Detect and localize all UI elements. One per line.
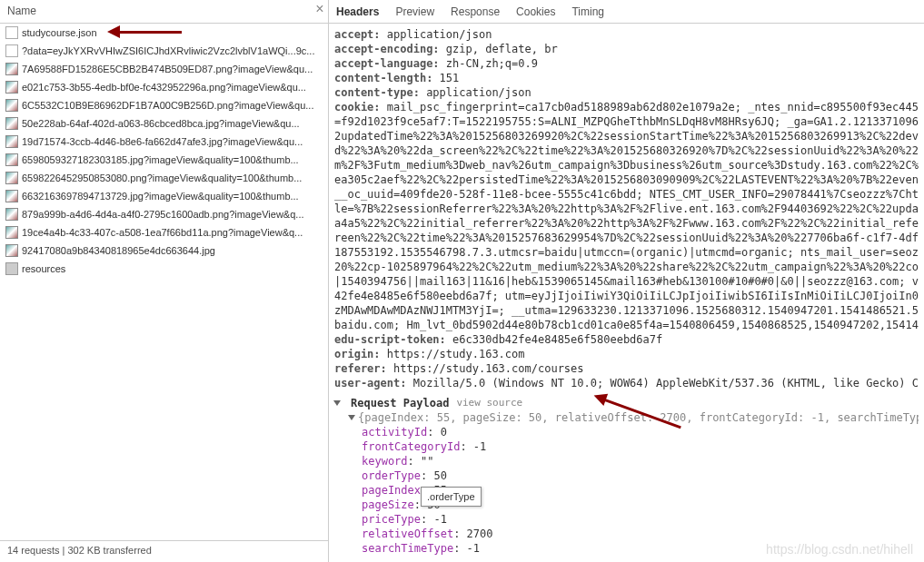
request-row[interactable]: 6598226452950853080.png?imageView&qualit… <box>0 169 328 187</box>
header-key: accept-language: <box>334 57 440 70</box>
request-row[interactable]: resources <box>0 260 328 278</box>
header-key: edu-script-token: <box>334 333 446 346</box>
img-file-icon <box>5 244 18 257</box>
request-name: 19ce4a4b-4c33-407c-a508-1ea7f66bd11a.png… <box>22 227 303 238</box>
header-continuation: =f92d1023f9ce5af7:T=1522195755:S=ALNI_MZ… <box>334 114 919 129</box>
request-row[interactable]: 6632163697894713729.jpg?imageView&qualit… <box>0 187 328 205</box>
header-continuation: le=%7B%22sessionReferrer%22%3A%20%22http… <box>334 202 919 216</box>
expand-triangle-icon[interactable] <box>348 415 355 420</box>
img-file-icon <box>5 63 18 75</box>
img-file-icon <box>5 153 18 166</box>
payload-property: searchTimeType: -1 <box>334 541 919 556</box>
header-key: accept-encoding: <box>334 43 440 55</box>
request-name: 6598226452950853080.png?imageView&qualit… <box>22 173 302 183</box>
request-list-panel: Name × studycourse.json?data=eyJkYXRvVHI… <box>0 0 329 562</box>
img-file-icon <box>5 190 18 202</box>
header-line: accept-encoding: gzip, deflate, br <box>334 42 919 56</box>
header-line: edu-script-token: e6c330db42fe4e8485e6f5… <box>334 332 919 347</box>
request-row[interactable]: 50e228ab-64af-402d-a063-86cbced8bca.jpg?… <box>0 114 328 133</box>
header-line: content-length: 151 <box>334 71 919 85</box>
request-row[interactable]: 19d71574-3ccb-4d46-b8e6-fa662d47afe3.jpg… <box>0 133 328 151</box>
request-row[interactable]: 879a999b-a4d6-4d4a-a4f0-2795c1600adb.png… <box>0 205 328 223</box>
detail-panel: HeadersPreviewResponseCookiesTiming acce… <box>329 0 924 562</box>
header-value: Mozilla/5.0 (Windows NT 10.0; WOW64) App… <box>406 377 919 389</box>
header-continuation: 20%22cp-1025897964%22%2C%22utm_medium%22… <box>334 260 919 274</box>
request-name: studycourse.json <box>22 27 97 38</box>
header-line: accept: application/json <box>334 27 919 42</box>
request-name: 6632163697894713729.jpg?imageView&qualit… <box>22 191 299 202</box>
header-value: 151 <box>432 72 459 84</box>
header-continuation: |1540394756||mail163|11&16|heb&153906514… <box>334 274 919 289</box>
request-row[interactable]: 19ce4a4b-4c33-407c-a508-1ea7f66bd11a.png… <box>0 223 328 242</box>
header-line: accept-language: zh-CN,zh;q=0.9 <box>334 56 919 71</box>
img-file-icon <box>5 117 18 130</box>
status-bar: 14 requests | 302 KB transferred <box>0 540 328 562</box>
request-name: 92417080a9b84340818965e4dc663644.jpg <box>22 245 215 256</box>
header-key: cookie: <box>334 101 381 113</box>
request-row[interactable]: ?data=eyJkYXRvVHIwZSI6ICJhdXRvliwic2Vzc2… <box>0 42 328 60</box>
tab-headers[interactable]: Headers <box>334 2 381 22</box>
request-row[interactable]: 6C5532C10B9E86962DF1B7A00C9B256D.png?ima… <box>0 96 328 114</box>
json-file-icon <box>5 26 18 39</box>
request-row[interactable]: 7A69588FD15286E5CBB2B474B509ED87.png?ima… <box>0 60 328 78</box>
request-name: 6598059327182303185.jpg?imageView&qualit… <box>22 154 299 165</box>
section-label: Request Payload <box>351 396 449 410</box>
detail-tabs: HeadersPreviewResponseCookiesTiming <box>329 0 924 24</box>
header-line: cookie: mail_psc_fingerprint=ca17cb0ad51… <box>334 100 919 114</box>
request-name: 19d71574-3ccb-4d46-b8e6-fa662d47afe3.jpg… <box>22 136 303 147</box>
folder-file-icon <box>5 262 18 275</box>
request-name: 7A69588FD15286E5CBB2B474B509ED87.png?ima… <box>22 64 313 74</box>
header-continuation: 42fe4e8485e6f580eebd6a7f; utm=eyJjIjoiIi… <box>334 289 919 303</box>
request-list: studycourse.json?data=eyJkYXRvVHIwZSI6IC… <box>0 24 328 540</box>
request-row[interactable]: 6598059327182303185.jpg?imageView&qualit… <box>0 151 328 169</box>
close-icon[interactable]: × <box>313 4 326 16</box>
view-source-link[interactable]: view source <box>456 396 522 410</box>
request-payload-section[interactable]: Request Payloadview source <box>334 396 919 410</box>
header-key: accept: <box>334 28 381 41</box>
header-line: content-type: application/json <box>334 85 919 100</box>
tab-preview[interactable]: Preview <box>393 2 436 22</box>
header-key: origin: <box>334 348 381 360</box>
header-continuation: d%22%3A%20%22da_screen%22%2C%22time%22%3… <box>334 143 919 158</box>
header-continuation: a4a5%22%2C%22initial_referrer%22%3A%20%2… <box>334 216 919 231</box>
header-continuation: 187553192.1535546798.7.3.utmcsr=baidu|ut… <box>334 245 919 260</box>
header-value: gzip, deflate, br <box>440 43 558 55</box>
request-name: resources <box>22 263 65 274</box>
header-line: referer: https://study.163.com/courses <box>334 361 919 376</box>
json-file-icon <box>5 44 18 57</box>
header-line: origin: https://study.163.com <box>334 347 919 361</box>
header-continuation: m%2F%3Futm_medium%3Dweb_nav%26utm_campai… <box>334 158 919 173</box>
header-key: referer: <box>334 362 387 375</box>
header-continuation: __oc_uuid=409fde20-528f-11e8-bcee-5555c4… <box>334 187 919 202</box>
expand-triangle-icon[interactable] <box>333 400 341 406</box>
img-file-icon <box>5 208 18 221</box>
header-key: user-agent: <box>334 377 406 389</box>
headers-body: accept: application/jsonaccept-encoding:… <box>329 24 924 562</box>
header-line: user-agent: Mozilla/5.0 (Windows NT 10.0… <box>334 376 919 390</box>
header-continuation: reen%22%2C%22time%22%3A%2015257683629954… <box>334 231 919 245</box>
tab-cookies[interactable]: Cookies <box>514 2 557 22</box>
header-continuation: zMDAwMDAwMDAzNWJ1MTM3YjI=; __utma=129633… <box>334 303 919 318</box>
header-value: mail_psc_fingerprint=ca17cb0ad5188989ab6… <box>381 101 919 113</box>
request-row[interactable]: studycourse.json <box>0 24 328 42</box>
hover-tooltip: .orderType <box>421 487 482 507</box>
tab-response[interactable]: Response <box>449 2 502 22</box>
request-name: e021c753-3b55-4edb-bf0e-fc432952296a.png… <box>22 82 306 93</box>
request-name: 6C5532C10B9E86962DF1B7A00C9B256D.png?ima… <box>22 100 313 111</box>
request-name: ?data=eyJkYXRvVHIwZSI6ICJhdXRvliwic2Vzc2… <box>22 45 314 56</box>
name-column-header: Name × <box>0 0 328 24</box>
header-value: zh-CN,zh;q=0.9 <box>440 57 538 70</box>
header-continuation: 2updatedTime%22%3A%2015256803269920%2C%2… <box>334 129 919 143</box>
request-row[interactable]: e021c753-3b55-4edb-bf0e-fc432952296a.png… <box>0 78 328 96</box>
img-file-icon <box>5 81 18 94</box>
header-continuation: ea305c2aef%22%2C%22persistedTime%22%3A%2… <box>334 173 919 187</box>
tab-timing[interactable]: Timing <box>570 2 606 22</box>
header-value: application/json <box>381 28 492 41</box>
request-name: 879a999b-a4d6-4d4a-a4f0-2795c1600adb.png… <box>22 209 304 220</box>
payload-summary[interactable]: {pageIndex: 55, pageSize: 50, relativeOf… <box>334 410 919 425</box>
img-file-icon <box>5 135 18 148</box>
img-file-icon <box>5 226 18 239</box>
payload-property: activityId: 0 <box>334 425 919 439</box>
request-row[interactable]: 92417080a9b84340818965e4dc663644.jpg <box>0 242 328 260</box>
header-value: https://study.163.com <box>381 348 525 360</box>
